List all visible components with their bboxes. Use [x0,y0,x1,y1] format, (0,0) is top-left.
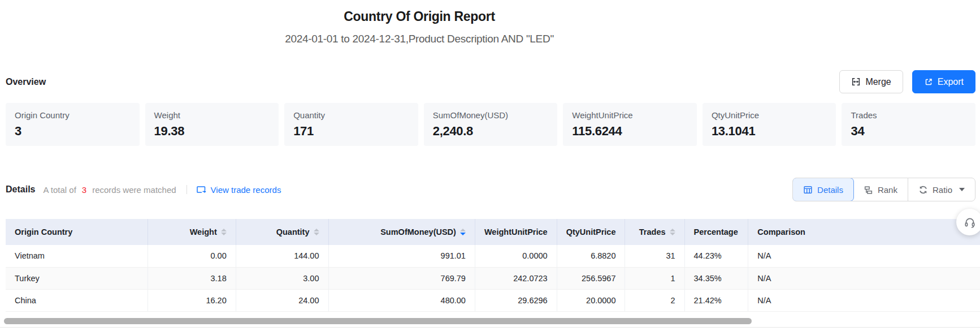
rank-icon [864,185,873,195]
stat-card-weight: Weight 19.38 [145,103,279,146]
stat-label: Weight [154,110,270,120]
cell-trades: 2 [625,289,684,311]
column-label: SumOfMoney(USD) [380,227,456,237]
page-bottom-divider [0,327,980,328]
tab-rank-label: Rank [878,185,897,195]
tab-ratio-label: Ratio [933,185,952,195]
cell-sum-of-money: 480.00 [328,289,475,311]
column-header-weight-unit-price: WeightUnitPrice [475,219,557,245]
stat-value: 13.1041 [712,124,827,139]
table-grid-icon [803,185,813,195]
cell-quantity: 24.00 [236,289,328,311]
stat-label: SumOfMoney(USD) [433,110,549,120]
cell-weight-unit-price: 29.6296 [475,289,557,311]
page-title: Country Of Origin Report [0,9,839,24]
merge-button-label: Merge [865,77,891,87]
tab-ratio[interactable]: Ratio [908,178,975,201]
stat-value: 19.38 [154,124,270,139]
cell-origin-country: Vietnam [6,245,148,267]
tab-rank[interactable]: Rank [853,178,908,201]
cell-qty-unit-price: 256.5967 [557,267,625,289]
overview-cards: Origin Country 3 Weight 19.38 Quantity 1… [0,103,980,146]
details-table: Origin Country Weight Quantity SumOfMone… [6,219,980,312]
export-icon [924,78,933,87]
sort-icon[interactable] [221,229,227,235]
stat-label: Quantity [293,110,409,120]
stat-label: Origin Country [15,110,131,120]
cell-comparison: N/A [748,245,980,267]
view-trade-records-label: View trade records [211,185,281,195]
report-header: Country Of Origin Report 2024-01-01 to 2… [0,0,839,45]
cell-weight-unit-price: 242.0723 [475,267,557,289]
column-label: Origin Country [15,227,72,237]
cell-weight-unit-price: 0.0000 [475,245,557,267]
cell-percentage: 34.35% [684,267,748,289]
cell-sum-of-money: 769.79 [328,267,475,289]
cell-weight: 3.18 [148,267,236,289]
cell-qty-unit-price: 6.8820 [557,245,625,267]
chevron-down-icon [959,188,965,191]
trade-records-icon [196,185,206,194]
column-header-trades[interactable]: Trades [625,219,684,245]
column-label: Trades [639,227,666,237]
toolbar: Merge Export [839,70,975,93]
cell-weight: 16.20 [148,289,236,311]
cell-quantity: 3.00 [236,267,328,289]
overview-bar: Overview Merge [0,70,980,93]
stat-card-weight-unit-price: WeightUnitPrice 115.6244 [563,103,697,146]
cell-origin-country: China [6,289,148,311]
headset-icon [964,216,976,229]
stat-card-origin-country: Origin Country 3 [6,103,140,146]
column-label: Weight [190,227,217,237]
tab-details-label: Details [817,185,843,195]
merge-button[interactable]: Merge [839,70,903,93]
view-switcher: Details Rank [792,178,975,201]
table-row-vietnam: Vietnam 0.00 144.00 991.01 0.0000 6.8820… [6,245,980,267]
stat-value: 115.6244 [572,124,688,139]
sort-icon-active-desc[interactable] [460,229,466,235]
stat-card-sum-of-money: SumOfMoney(USD) 2,240.8 [424,103,558,146]
column-label: Quantity [276,227,310,237]
cell-comparison: N/A [748,289,980,311]
divider [187,185,187,194]
table-header-row: Origin Country Weight Quantity SumOfMone… [6,219,980,245]
tab-details[interactable]: Details [792,178,854,201]
stat-card-trades: Trades 34 [842,103,975,146]
column-header-qty-unit-price: QtyUnitPrice [557,219,625,245]
export-button-label: Export [938,77,964,87]
column-label: QtyUnitPrice [566,227,616,237]
cell-percentage: 21.42% [684,289,748,311]
column-label: WeightUnitPrice [484,227,548,237]
stat-label: QtyUnitPrice [712,110,827,120]
sort-icon[interactable] [670,229,675,235]
stat-value: 171 [293,124,409,139]
column-header-percentage: Percentage [684,219,748,245]
column-header-comparison: Comparison [748,219,980,245]
support-float-button[interactable] [956,209,980,235]
stat-value: 3 [15,124,131,139]
export-button[interactable]: Export [912,70,975,93]
details-table-wrap: Origin Country Weight Quantity SumOfMone… [0,219,980,312]
total-suffix: records were matched [92,185,176,195]
cell-trades: 1 [625,267,684,289]
cell-quantity: 144.00 [236,245,328,267]
column-header-weight[interactable]: Weight [148,219,236,245]
view-trade-records-link[interactable]: View trade records [196,185,281,195]
column-header-quantity[interactable]: Quantity [236,219,328,245]
horizontal-scrollbar[interactable] [4,318,752,324]
cell-comparison: N/A [748,267,980,289]
table-row-turkey: Turkey 3.18 3.00 769.79 242.0723 256.596… [6,267,980,289]
cell-trades: 31 [625,245,684,267]
details-heading: Details [6,184,35,195]
column-header-origin-country: Origin Country [6,219,148,245]
country-of-origin-report-page: Country Of Origin Report 2024-01-01 to 2… [0,0,980,331]
stat-label: WeightUnitPrice [572,110,688,120]
column-header-sum-of-money[interactable]: SumOfMoney(USD) [328,219,475,245]
ratio-sync-icon [918,185,928,195]
stat-card-quantity: Quantity 171 [284,103,418,146]
cell-percentage: 44.23% [684,245,748,267]
stat-value: 34 [851,124,966,139]
column-label: Comparison [757,227,805,237]
sort-icon[interactable] [314,229,319,235]
report-subtitle: 2024-01-01 to 2024-12-31,Product Descrip… [0,33,839,45]
